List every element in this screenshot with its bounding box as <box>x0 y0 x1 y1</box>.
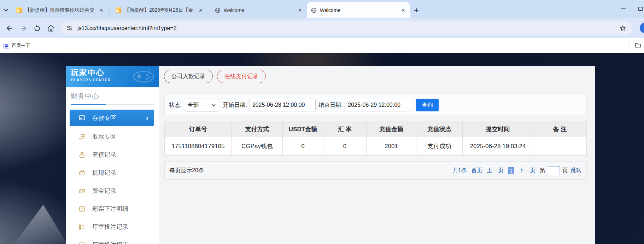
hall-bet-record-icon <box>78 223 86 231</box>
forward-icon[interactable] <box>19 24 28 33</box>
sidebar-item-lottery-bet-detail[interactable]: 彩票下注明细 <box>66 200 159 218</box>
funds-record-icon <box>78 187 86 194</box>
record-type-tabs: 公司入款记录 在线支付记录 <box>164 70 266 83</box>
current-page-indicator[interactable]: 1 <box>508 167 514 174</box>
cell-order-number: 1751108604179105 <box>165 137 232 155</box>
cell-usdt-amount: 0 <box>283 137 323 155</box>
jump-prefix-label: 第 <box>540 167 545 174</box>
close-icon[interactable]: × <box>99 7 104 13</box>
prev-page-link[interactable]: 上一页 <box>487 167 504 174</box>
end-date-input[interactable] <box>345 99 411 111</box>
tab-search-chevron-icon[interactable] <box>0 2 12 18</box>
sidebar-item-recharge-record[interactable]: ¥ 充值记录 <box>66 146 159 164</box>
site-settings-icon[interactable] <box>66 25 73 31</box>
header-payment-method: 支付方式 <box>232 121 283 137</box>
jump-link[interactable]: 跳转 <box>570 167 582 174</box>
query-button[interactable]: 查询 <box>416 99 439 111</box>
close-icon[interactable]: × <box>198 7 203 13</box>
recharge-record-icon: ¥ <box>78 151 86 158</box>
filter-bar: 状态: 全部 开始日期: 结束日期: 查询 <box>164 95 587 115</box>
svg-text:¥: ¥ <box>81 154 83 157</box>
start-date-input[interactable] <box>249 99 316 111</box>
page-jump-input[interactable] <box>548 166 560 175</box>
globe-icon <box>311 7 317 13</box>
header-exchange-rate: 汇 率 <box>323 121 367 137</box>
browser-tab-4-active[interactable]: Welcome × <box>307 2 410 18</box>
close-icon[interactable]: × <box>297 7 303 13</box>
browser-tab-3[interactable]: Welcome × <box>211 2 307 18</box>
globe-icon <box>215 7 221 13</box>
start-date-label: 开始日期: <box>223 101 247 109</box>
chevron-down-icon <box>212 104 216 106</box>
sidebar-menu: 存款专区 › 取款专区 ¥ 充值记录 提现记录 资金记录 彩票下注明细 <box>66 110 159 244</box>
payment-records-table: 订单号 支付方式 USDT金额 汇 率 充值金额 充值状态 提交时间 备 注 1… <box>164 121 587 156</box>
new-tab-button[interactable]: + <box>410 2 423 18</box>
deposit-icon <box>78 114 86 121</box>
sidebar-item-deposit-zone[interactable]: 存款专区 › <box>70 110 154 126</box>
table-row: 1751108604179105 CGPay钱包 0 0 2001 支付成功 2… <box>165 137 586 155</box>
tab-divider <box>209 6 209 14</box>
header-recharge-amount: 充值金额 <box>367 121 416 137</box>
address-bar[interactable]: js13.cc/hhcp/usercenter.html?iniType=2 <box>60 21 632 35</box>
tab-title: 【新提醒】2025年6月28日【金 <box>124 7 195 13</box>
browser-toolbar: js13.cc/hhcp/usercenter.html?iniType=2 <box>0 18 644 38</box>
forum-icon <box>116 7 121 13</box>
header-order-number: 订单号 <box>165 121 232 137</box>
background-streak <box>14 205 67 244</box>
sidebar-item-hall-bet-record[interactable]: 厅室投注记录 <box>66 218 159 236</box>
status-select[interactable]: 全部 <box>184 99 219 111</box>
sidebar-item-withdraw-zone[interactable]: 取款专区 <box>66 128 159 146</box>
profile-avatar[interactable] <box>640 23 644 33</box>
cell-recharge-status: 支付成功 <box>416 137 463 155</box>
cell-payment-method: CGPay钱包 <box>232 137 283 155</box>
cell-exchange-rate: 0 <box>323 137 367 155</box>
tab-strip: 【新提醒】海燕策略论坛综合交 × 【新提醒】2025年6月28日【金 × Wel… <box>0 0 644 18</box>
home-icon[interactable] <box>47 24 55 33</box>
total-count-text: 共1条 <box>452 167 467 174</box>
sidebar-item-hall-bet-report[interactable]: 厅室投注报表 <box>66 236 159 244</box>
next-page-link[interactable]: 下一页 <box>519 167 535 174</box>
lottery-bet-detail-icon <box>78 205 86 213</box>
gamepad-decoration-icon <box>130 67 158 86</box>
back-icon[interactable] <box>5 24 14 33</box>
withdraw-icon <box>78 133 86 140</box>
player-center-sidebar: 玩家中心 PLAYERS CENTER 财务中心 存款专区 › 取款专区 ¥ 充… <box>66 66 159 244</box>
chevron-right-icon: › <box>146 114 148 122</box>
withdrawal-record-icon <box>78 169 86 176</box>
tab-title: Welcome <box>224 7 294 13</box>
tab-company-deposit-records[interactable]: 公司入款记录 <box>164 70 213 83</box>
end-date-label: 结束日期: <box>318 101 343 109</box>
other-bookmarks-folder-icon[interactable] <box>634 42 642 49</box>
tab-online-payment-records[interactable]: 在线支付记录 <box>217 70 266 83</box>
browser-tab-2[interactable]: 【新提醒】2025年6月28日【金 × <box>111 2 207 18</box>
sidebar-item-withdrawal-record[interactable]: 提现记录 <box>66 164 159 182</box>
sidebar-section-finance-center[interactable]: 财务中心 <box>71 87 154 105</box>
status-label: 状态: <box>169 101 182 109</box>
forum-icon <box>16 7 22 13</box>
bookmarks-bar: 百度一下 <box>0 38 644 53</box>
minimize-button[interactable] <box>621 8 626 9</box>
status-select-value: 全部 <box>187 101 199 109</box>
maximize-button[interactable] <box>638 7 643 11</box>
first-page-link[interactable]: 首页 <box>471 167 482 174</box>
page-size-text: 每页显示20条 <box>169 167 204 174</box>
table-header-row: 订单号 支付方式 USDT金额 汇 率 充值金额 充值状态 提交时间 备 注 <box>165 121 586 137</box>
sidebar-banner: 玩家中心 PLAYERS CENTER <box>66 66 159 87</box>
baidu-paw-icon <box>4 43 9 48</box>
cell-recharge-amount: 2001 <box>367 137 416 155</box>
pagination-bar: 每页显示20条 共1条 首页 上一页 1 下一页 第 页 跳转 <box>164 161 587 180</box>
tab-divider <box>110 6 110 14</box>
records-main-panel: 公司入款记录 在线支付记录 状态: 全部 开始日期: 结束日期: 查询 订单号 … <box>159 66 595 244</box>
header-remark: 备 注 <box>533 121 586 137</box>
reload-icon[interactable] <box>33 24 41 33</box>
tab-title: Welcome <box>320 7 397 13</box>
bookmark-baidu[interactable]: 百度一下 <box>4 42 30 49</box>
tab-title: 【新提醒】海燕策略论坛综合交 <box>25 7 95 13</box>
browser-tab-1[interactable]: 【新提醒】海燕策略论坛综合交 × <box>12 2 108 18</box>
close-icon[interactable]: × <box>400 7 406 13</box>
header-usdt-amount: USDT金额 <box>283 121 323 137</box>
sidebar-item-funds-record[interactable]: 资金记录 <box>66 182 159 200</box>
bookmark-star-icon[interactable] <box>619 24 627 32</box>
url-text[interactable]: js13.cc/hhcp/usercenter.html?iniType=2 <box>77 25 619 31</box>
header-recharge-status: 充值状态 <box>416 121 463 137</box>
